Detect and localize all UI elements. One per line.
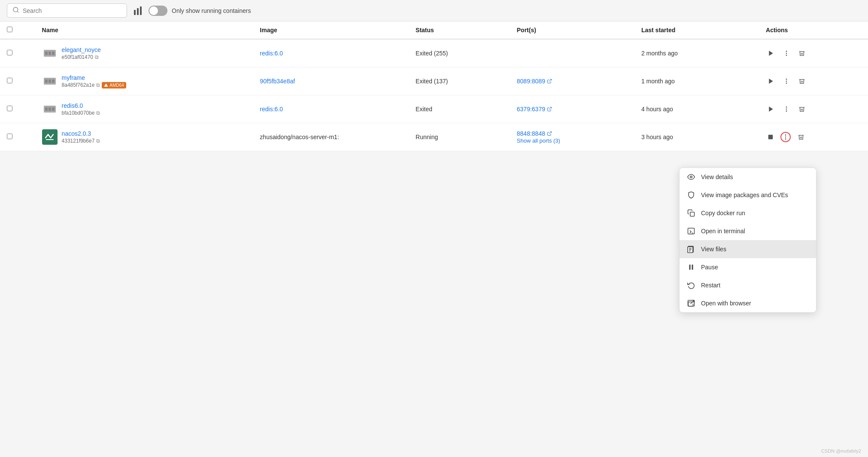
container-id: 8a485f762a1e ⧉ AMD64: [62, 82, 126, 88]
delete-button[interactable]: [797, 76, 807, 86]
start-button[interactable]: [766, 104, 776, 114]
table-row: elegant_noyce e50f1af01470 ⧉ redis:6.0 E…: [0, 39, 868, 67]
more-options-button[interactable]: [781, 104, 792, 114]
header-image: Image: [253, 21, 409, 39]
amd-badge: AMD64: [102, 82, 126, 88]
last-started-cell: 3 hours ago: [634, 123, 759, 151]
svg-point-31: [785, 134, 786, 136]
select-all-checkbox[interactable]: [7, 27, 12, 32]
ports-cell: 8089:8089: [510, 67, 634, 95]
status-text: Running: [416, 134, 438, 140]
copy-id-icon[interactable]: ⧉: [95, 54, 99, 60]
svg-point-33: [785, 138, 786, 140]
view-bar-1: [134, 10, 136, 15]
copy-id-icon[interactable]: ⧉: [96, 138, 100, 144]
delete-button[interactable]: [797, 104, 807, 114]
copy-id-icon[interactable]: ⧉: [96, 110, 100, 116]
actions-cell: [759, 67, 868, 95]
svg-point-8: [786, 53, 787, 54]
svg-rect-4: [49, 52, 51, 55]
more-options-button[interactable]: [781, 48, 792, 58]
delete-button[interactable]: [797, 48, 807, 58]
running-toggle[interactable]: [149, 6, 167, 16]
row-checkbox-cell[interactable]: [0, 95, 35, 123]
status-text: Exited (137): [416, 78, 448, 85]
row-checkbox[interactable]: [7, 78, 12, 83]
port-link[interactable]: 8848:8848: [517, 130, 628, 137]
svg-rect-30: [768, 135, 773, 140]
status-text: Exited: [416, 106, 432, 113]
container-icon: [42, 101, 58, 117]
svg-rect-5: [52, 52, 55, 55]
svg-point-32: [785, 137, 786, 138]
more-options-button[interactable]: [781, 76, 792, 86]
svg-point-0: [13, 7, 18, 12]
svg-point-9: [786, 55, 787, 56]
header-name: Name: [35, 21, 253, 39]
row-checkbox-cell[interactable]: [0, 67, 35, 95]
status-cell: Exited: [409, 95, 510, 123]
image-link[interactable]: 90f5fb34e8af: [260, 78, 295, 85]
container-name-link[interactable]: nacos2.0.3: [62, 130, 100, 137]
image-link[interactable]: redis:6.0: [260, 106, 283, 113]
image-cell: redis:6.0: [253, 95, 409, 123]
name-cell: myframe 8a485f762a1e ⧉ AMD64: [35, 67, 253, 95]
name-info: nacos2.0.3 433121f9b6e7 ⧉: [62, 130, 100, 144]
table-row: myframe 8a485f762a1e ⧉ AMD64 90f5fb34e8a…: [0, 67, 868, 95]
svg-rect-12: [49, 79, 51, 83]
containers-table: Name Image Status Port(s) Last started A…: [0, 21, 868, 151]
name-cell: elegant_noyce e50f1af01470 ⧉: [35, 39, 253, 67]
row-checkbox[interactable]: [7, 50, 12, 55]
search-box[interactable]: [7, 3, 127, 18]
table-header-row: Name Image Status Port(s) Last started A…: [0, 21, 868, 39]
table-row: nacos2.0.3 433121f9b6e7 ⧉ zhusaidong/nac…: [0, 123, 868, 151]
svg-point-18: [786, 82, 787, 84]
port-link[interactable]: 8089:8089: [517, 78, 628, 85]
svg-rect-13: [52, 79, 55, 83]
name-cell: redis6.0 bfa10bd070be ⧉: [35, 95, 253, 123]
image-cell: 90f5fb34e8af: [253, 67, 409, 95]
search-input[interactable]: [23, 7, 121, 14]
container-name-link[interactable]: elegant_noyce: [62, 46, 101, 53]
svg-rect-11: [45, 79, 48, 83]
start-button[interactable]: [766, 76, 776, 86]
actions-cell: [759, 95, 868, 123]
header-actions: Actions: [759, 21, 868, 39]
copy-id-icon[interactable]: ⧉: [96, 82, 100, 88]
header-ports: Port(s): [510, 21, 634, 39]
svg-rect-20: [45, 107, 48, 111]
running-toggle-label: Only show running containers: [172, 7, 251, 14]
svg-line-1: [17, 11, 18, 12]
status-cell: Running: [409, 123, 510, 151]
row-checkbox-cell[interactable]: [0, 123, 35, 151]
row-checkbox-cell[interactable]: [0, 39, 35, 67]
container-icon: [42, 46, 58, 61]
image-text: zhusaidong/nacos-server-m1:: [260, 134, 339, 140]
image-link[interactable]: redis:6.0: [260, 50, 283, 57]
view-toggle-button[interactable]: [134, 6, 142, 15]
last-started-cell: 2 months ago: [634, 39, 759, 67]
svg-point-16: [786, 79, 787, 80]
toggle-knob: [149, 6, 158, 15]
last-started-cell: 1 month ago: [634, 67, 759, 95]
show-all-ports-link[interactable]: Show all ports (3): [517, 137, 560, 144]
delete-button[interactable]: [796, 132, 806, 142]
name-info: elegant_noyce e50f1af01470 ⧉: [62, 46, 101, 60]
status-cell: Exited (137): [409, 67, 510, 95]
stop-button[interactable]: [766, 132, 775, 142]
row-checkbox[interactable]: [7, 134, 12, 139]
svg-line-14: [549, 79, 552, 82]
svg-line-29: [549, 132, 552, 134]
image-cell: zhusaidong/nacos-server-m1:: [253, 123, 409, 151]
port-link[interactable]: 6379:6379: [517, 106, 628, 113]
more-options-button-active[interactable]: [780, 132, 791, 142]
container-name-link[interactable]: redis6.0: [62, 102, 100, 109]
select-all-checkbox-cell[interactable]: [0, 21, 35, 39]
status-text: Exited (255): [416, 50, 448, 57]
row-checkbox[interactable]: [7, 106, 12, 111]
svg-rect-21: [49, 107, 51, 111]
container-name-link[interactable]: myframe: [62, 74, 126, 81]
start-button[interactable]: [766, 48, 776, 58]
ports-cell: 6379:6379: [510, 95, 634, 123]
svg-rect-3: [45, 52, 48, 55]
